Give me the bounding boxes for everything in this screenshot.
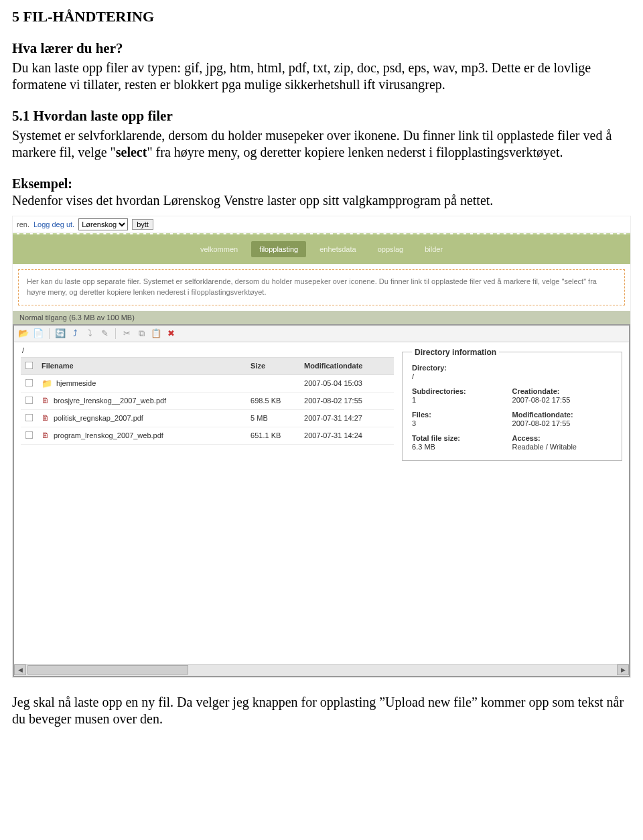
refresh-icon[interactable]: 🔄 <box>55 328 66 339</box>
file-name: politisk_regnskap_2007.pdf <box>54 414 143 422</box>
sub2-body-b: " fra høyre meny, og deretter kopiere le… <box>147 145 563 159</box>
org-dropdown[interactable]: Lørenskog <box>78 218 128 230</box>
pdf-file-icon: 🗎 <box>42 413 50 423</box>
dirinfo-access-label: Access: <box>512 434 612 442</box>
delete-icon[interactable]: ✖ <box>165 328 176 339</box>
path-line: / <box>21 345 394 357</box>
row-checkbox[interactable] <box>25 379 33 387</box>
horizontal-scrollbar[interactable]: ◀ ▶ <box>14 664 629 676</box>
file-table: Filename Size Modificationdate 📁hjemmesi… <box>21 357 394 445</box>
tab-oppslag[interactable]: oppslag <box>370 241 412 257</box>
dirinfo-subdirs-value: 1 <box>412 396 512 404</box>
file-size: 651.1 KB <box>246 427 300 444</box>
file-name: brosjyre_lrenskog__2007_web.pdf <box>54 397 166 405</box>
dirinfo-modified-value: 2007-08-02 17:55 <box>512 419 612 427</box>
eksempel-label: Eksempel: <box>12 176 72 191</box>
dirinfo-files-value: 3 <box>412 419 512 427</box>
dirinfo-total-value: 6.3 MB <box>412 443 512 451</box>
eksempel-body: Nedenfor vises det hvordan Lørenskog Ven… <box>12 193 493 208</box>
separator-icon <box>115 328 116 339</box>
cut-icon[interactable]: ✂ <box>121 328 132 339</box>
app-screenshot: ren. Logg deg ut. Lørenskog bytt velkomm… <box>12 216 631 678</box>
quota-line: Normal tilgang (6.3 MB av 100 MB) <box>13 311 630 324</box>
file-name: program_lrenskog_2007_web.pdf <box>54 431 163 439</box>
select-all-checkbox[interactable] <box>25 362 33 370</box>
section-title: 5 FIL-HÅNDTERING <box>12 8 631 25</box>
download-icon[interactable]: ⤵ <box>84 328 95 339</box>
upload-icon[interactable]: ⤴ <box>70 328 80 339</box>
row-checkbox[interactable] <box>25 431 33 439</box>
sub2-body: Systemet er selvforklarende, dersom du h… <box>12 127 631 161</box>
info-box: Her kan du laste opp separate filer. Sys… <box>18 269 625 305</box>
dirinfo-legend: Directory information <box>412 348 499 357</box>
directory-info-panel: Directory information Directory: / Subdi… <box>402 345 622 654</box>
after-body: Jeg skal nå laste opp en ny fil. Da velg… <box>12 694 631 727</box>
open-folder-icon[interactable]: 📂 <box>18 328 29 339</box>
paste-icon[interactable]: 📋 <box>151 328 161 339</box>
file-date: 2007-07-31 14:24 <box>300 427 394 444</box>
dirinfo-subdirs-label: Subdirectories: <box>412 387 512 395</box>
sub2-title: 5.1 Hvordan laste opp filer <box>12 108 631 125</box>
file-date: 2007-05-04 15:03 <box>300 374 394 392</box>
row-checkbox[interactable] <box>25 414 33 422</box>
new-file-icon[interactable]: 📄 <box>33 328 44 339</box>
dirinfo-access-value: Readable / Writable <box>512 443 612 451</box>
file-date: 2007-08-02 17:55 <box>300 392 394 409</box>
table-row[interactable]: 🗎politisk_regnskap_2007.pdf 5 MB 2007-07… <box>21 409 394 427</box>
sub1-body: Du kan laste opp filer av typen: gif, jp… <box>12 60 631 93</box>
scroll-thumb[interactable] <box>27 665 188 675</box>
dirinfo-directory-value: / <box>412 372 612 380</box>
folder-icon: 📁 <box>42 378 52 389</box>
tab-bilder[interactable]: bilder <box>417 241 451 257</box>
tab-bar: velkommen filopplasting enhetsdata oppsl… <box>13 234 630 264</box>
app-top-strip: ren. Logg deg ut. Lørenskog bytt <box>13 216 630 233</box>
sub1-title: Hva lærer du her? <box>12 40 631 57</box>
pdf-file-icon: 🗎 <box>42 396 50 405</box>
file-size <box>246 374 300 392</box>
tab-filopplasting[interactable]: filopplasting <box>251 241 306 257</box>
file-manager: 📂 📄 🔄 ⤴ ⤵ ✎ ✂ ⧉ 📋 ✖ / <box>13 324 630 677</box>
copy-icon[interactable]: ⧉ <box>136 328 147 339</box>
dirinfo-directory-label: Directory: <box>412 364 612 372</box>
dirinfo-modified-label: Modificationdate: <box>512 411 612 419</box>
row-checkbox[interactable] <box>25 397 33 405</box>
scroll-left-icon[interactable]: ◀ <box>14 664 26 675</box>
separator-icon <box>49 328 50 339</box>
file-name: hjemmeside <box>56 379 96 387</box>
col-size[interactable]: Size <box>246 357 300 374</box>
file-list-panel: / Filename Size Modificationdate <box>21 345 394 654</box>
edit-icon[interactable]: ✎ <box>99 328 110 339</box>
file-size: 5 MB <box>246 409 300 427</box>
dirinfo-total-label: Total file size: <box>412 434 512 442</box>
tab-enhetsdata[interactable]: enhetsdata <box>311 241 364 257</box>
file-size: 698.5 KB <box>246 392 300 409</box>
col-filename[interactable]: Filename <box>38 357 246 374</box>
directory-info-box: Directory information Directory: / Subdi… <box>402 348 622 461</box>
file-date: 2007-07-31 14:27 <box>300 409 394 427</box>
sub2-body-bold: select <box>116 145 147 159</box>
table-row[interactable]: 📁hjemmeside 2007-05-04 15:03 <box>21 374 394 392</box>
col-date[interactable]: Modificationdate <box>300 357 394 374</box>
dirinfo-created-value: 2007-08-02 17:55 <box>512 396 612 404</box>
top-prefix: ren. <box>17 220 29 228</box>
switch-button[interactable]: bytt <box>132 219 153 230</box>
select-all-header[interactable] <box>21 357 38 374</box>
table-row[interactable]: 🗎brosjyre_lrenskog__2007_web.pdf 698.5 K… <box>21 392 394 409</box>
scroll-right-icon[interactable]: ▶ <box>617 664 629 675</box>
pdf-file-icon: 🗎 <box>42 431 50 440</box>
dirinfo-created-label: Creationdate: <box>512 387 612 395</box>
toolbar: 📂 📄 🔄 ⤴ ⤵ ✎ ✂ ⧉ 📋 ✖ <box>14 326 629 342</box>
dirinfo-files-label: Files: <box>412 411 512 419</box>
table-row[interactable]: 🗎program_lrenskog_2007_web.pdf 651.1 KB … <box>21 427 394 444</box>
tab-velkommen[interactable]: velkommen <box>192 241 246 257</box>
logout-link[interactable]: Logg deg ut. <box>33 220 74 228</box>
